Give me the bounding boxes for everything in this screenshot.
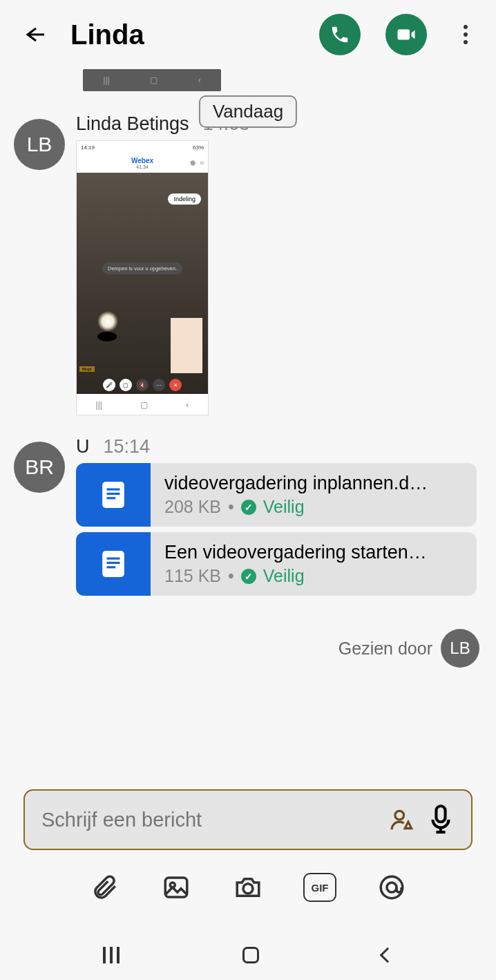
audio-call-button[interactable] bbox=[319, 14, 361, 55]
more-vertical-icon bbox=[464, 25, 468, 44]
gif-button[interactable]: GIF bbox=[302, 869, 338, 905]
back-button[interactable] bbox=[17, 17, 51, 52]
avatar[interactable]: BR bbox=[14, 442, 65, 493]
document-icon bbox=[76, 463, 151, 527]
microphone-icon[interactable] bbox=[427, 804, 455, 836]
screenshot-toast: Dempen is voor u opgeheven. bbox=[102, 263, 182, 274]
screenshot-body: Indeling Dempen is voor u opgeheven. 🎤 ▢… bbox=[77, 173, 208, 394]
date-divider: Vandaag bbox=[199, 95, 297, 128]
chat-header: Linda bbox=[0, 0, 496, 69]
screenshot-call-controls: 🎤 ▢ 🔇 ⋯ ✕ bbox=[103, 379, 182, 391]
system-navbar bbox=[0, 930, 496, 980]
message-row: LB Linda Betings 14:03 14:19 63% Webex 4… bbox=[0, 113, 496, 415]
chevron-left-icon bbox=[380, 948, 396, 963]
more-options-button[interactable] bbox=[452, 21, 479, 48]
video-icon bbox=[396, 24, 417, 45]
svg-rect-7 bbox=[107, 566, 116, 568]
safe-label: Veilig bbox=[263, 497, 305, 517]
svg-rect-10 bbox=[165, 878, 187, 897]
read-receipt: Gezien door LB bbox=[0, 622, 496, 675]
svg-point-14 bbox=[387, 883, 397, 892]
shared-screenshot[interactable]: 14:19 63% Webex 41:34 ⊕○ Indeling Dempen… bbox=[76, 140, 209, 415]
phone-icon bbox=[330, 24, 350, 45]
file-name: videovergadering inplannen.d… bbox=[164, 473, 463, 494]
mention-alert-icon[interactable] bbox=[390, 807, 416, 833]
file-attachment[interactable]: videovergadering inplannen.d… 208 KB • V… bbox=[76, 463, 477, 527]
svg-rect-1 bbox=[107, 489, 120, 491]
svg-rect-3 bbox=[107, 497, 116, 499]
seen-label: Gezien door bbox=[338, 639, 432, 659]
svg-rect-5 bbox=[107, 558, 120, 560]
svg-rect-9 bbox=[436, 806, 445, 822]
svg-rect-6 bbox=[107, 562, 120, 564]
check-icon bbox=[241, 569, 256, 584]
message-row: BR U 15:14 videovergadering inplannen.d…… bbox=[0, 436, 496, 601]
message-time: 15:14 bbox=[104, 436, 151, 458]
at-icon bbox=[377, 873, 406, 902]
gif-icon: GIF bbox=[303, 873, 336, 902]
message-sender: U bbox=[76, 436, 90, 458]
message-sender: Linda Betings bbox=[76, 113, 189, 135]
check-icon bbox=[241, 500, 256, 515]
previous-image-strip[interactable]: |||▢‹ bbox=[83, 69, 221, 91]
paperclip-icon bbox=[90, 873, 119, 902]
recents-icon bbox=[103, 947, 120, 963]
svg-point-13 bbox=[381, 876, 403, 898]
home-button[interactable] bbox=[242, 947, 259, 963]
screenshot-pip bbox=[171, 318, 202, 373]
svg-point-8 bbox=[395, 811, 404, 820]
contact-name[interactable]: Linda bbox=[65, 17, 305, 53]
screenshot-layout-pill: Indeling bbox=[168, 194, 201, 205]
file-size: 208 KB bbox=[164, 497, 221, 517]
file-size: 115 KB bbox=[164, 566, 221, 586]
composer-toolbar: GIF bbox=[23, 869, 473, 905]
svg-rect-2 bbox=[107, 493, 120, 495]
svg-point-12 bbox=[243, 884, 253, 894]
safe-label: Veilig bbox=[263, 566, 305, 586]
screenshot-app-header: Webex 41:34 ⊕○ bbox=[77, 153, 208, 173]
attach-button[interactable] bbox=[86, 869, 122, 905]
back-arrow-icon bbox=[21, 22, 46, 47]
photo-button[interactable] bbox=[158, 869, 194, 905]
seen-avatar[interactable]: LB bbox=[441, 629, 479, 668]
image-icon bbox=[162, 873, 191, 902]
avatar[interactable]: LB bbox=[14, 119, 65, 170]
video-call-button[interactable] bbox=[385, 14, 427, 55]
message-composer[interactable] bbox=[23, 789, 473, 850]
mention-button[interactable] bbox=[374, 869, 410, 905]
screenshot-navbar: |||▢‹ bbox=[77, 394, 208, 415]
system-back-button[interactable] bbox=[382, 950, 393, 961]
screenshot-statusbar: 14:19 63% bbox=[77, 141, 208, 153]
file-name: Een videovergadering starten… bbox=[164, 542, 463, 563]
home-icon bbox=[242, 947, 259, 963]
camera-icon bbox=[233, 873, 263, 902]
camera-button[interactable] bbox=[230, 869, 266, 905]
file-attachment[interactable]: Een videovergadering starten… 115 KB • V… bbox=[76, 532, 477, 596]
recents-button[interactable] bbox=[103, 947, 120, 963]
document-icon bbox=[76, 532, 151, 596]
message-input[interactable] bbox=[41, 809, 379, 831]
